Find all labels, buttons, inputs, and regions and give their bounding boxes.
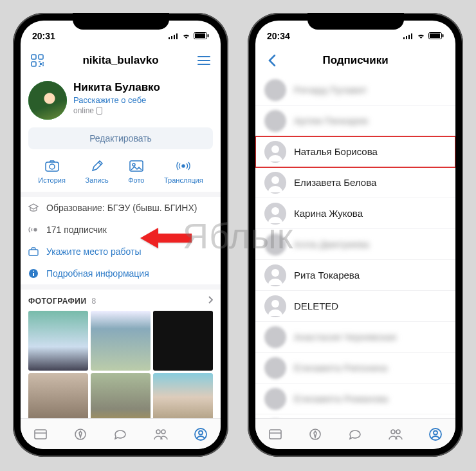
photo-thumbnail[interactable] (153, 311, 213, 371)
followers-header: Подписчики (255, 46, 455, 75)
profile-row: Никита Булавко Расскажите о себе online (28, 81, 213, 120)
tab-discover[interactable] (307, 426, 324, 443)
menu-icon[interactable] (195, 51, 213, 69)
svg-rect-7 (32, 55, 36, 59)
followers-icon (28, 225, 40, 234)
info-workplace-text: Укажите место работы (46, 246, 142, 257)
follower-row[interactable]: Елизавета Белова (255, 167, 455, 198)
follower-name: Наталья Борисова (294, 146, 378, 157)
photo-thumbnail[interactable] (91, 311, 151, 371)
svg-rect-45 (270, 430, 281, 439)
tab-feed[interactable] (267, 426, 284, 443)
follower-name: Алла Дмитриева (294, 239, 369, 250)
svg-point-20 (34, 228, 37, 231)
follower-row[interactable]: Карина Жукова (255, 198, 455, 229)
phone-frame-left: 20:31 nikita_bulavko (13, 13, 228, 457)
svg-rect-9 (32, 62, 36, 66)
svg-point-24 (33, 271, 34, 272)
follower-row[interactable]: Анастасия Чернявская (255, 322, 455, 353)
tab-friends[interactable] (387, 426, 404, 443)
back-icon[interactable] (263, 51, 281, 69)
action-photo-label: Фото (128, 176, 144, 184)
tab-discover[interactable] (72, 426, 89, 443)
tab-profile[interactable] (427, 426, 444, 443)
follower-avatar (264, 326, 286, 348)
follower-row[interactable]: DELETED (255, 291, 455, 322)
battery-icon (428, 31, 444, 41)
tab-messages[interactable] (347, 426, 363, 443)
pencil-icon (89, 158, 105, 174)
action-post[interactable]: Запись (86, 158, 109, 184)
info-more[interactable]: Подробная информация (21, 263, 221, 284)
svg-point-19 (182, 165, 185, 167)
follower-row[interactable]: Наталья Борисова (255, 136, 455, 167)
svg-point-44 (271, 300, 279, 308)
action-post-label: Запись (86, 176, 109, 184)
svg-rect-35 (408, 35, 410, 39)
info-education[interactable]: Образование: БГЭУ (бывш. БГИНХ) (21, 197, 221, 219)
svg-point-10 (41, 64, 42, 65)
profile-block: Никита Булавко Расскажите о себе online … (21, 75, 221, 192)
svg-rect-21 (29, 250, 38, 255)
tab-messages[interactable] (112, 426, 129, 443)
svg-rect-14 (97, 107, 102, 115)
tab-friends[interactable] (152, 426, 169, 443)
photos-header[interactable]: ФОТОГРАФИИ 8 (28, 296, 213, 306)
signal-icon (403, 31, 414, 41)
follower-avatar (264, 172, 286, 194)
notch (73, 13, 169, 30)
photo-thumbnail[interactable] (28, 311, 88, 371)
photo-thumbnail[interactable] (153, 373, 213, 418)
status-time: 20:31 (32, 31, 55, 41)
status-time: 20:34 (267, 31, 290, 41)
tab-feed[interactable] (32, 426, 49, 443)
action-live[interactable]: Трансляция (164, 158, 203, 184)
svg-point-40 (271, 145, 279, 153)
svg-rect-39 (443, 34, 444, 37)
svg-point-16 (50, 164, 55, 169)
follower-row[interactable]: Рита Токарева (255, 260, 455, 291)
follower-name: Артем Пинкарев (294, 115, 368, 126)
svg-rect-5 (195, 33, 205, 38)
follower-avatar (264, 79, 286, 101)
follower-name: Анастасия Чернявская (294, 331, 396, 342)
svg-point-42 (271, 207, 279, 215)
svg-rect-23 (33, 273, 34, 276)
info-icon (28, 268, 40, 279)
photo-thumbnail[interactable] (91, 373, 151, 418)
photos-count: 8 (91, 297, 96, 306)
follower-row[interactable]: Артем Пинкарев (255, 106, 455, 136)
profile-about-link[interactable]: Расскажите о себе (73, 95, 160, 105)
phone-frame-right: 20:34 Подписчики Ричард ПулавитАртем Пин… (248, 13, 463, 457)
svg-point-51 (434, 430, 437, 434)
svg-rect-15 (46, 162, 59, 171)
follower-avatar (264, 295, 286, 317)
svg-point-41 (271, 176, 279, 184)
action-photo[interactable]: Фото (128, 158, 144, 184)
screen-right: 20:34 Подписчики Ричард ПулавитАртем Пин… (255, 21, 455, 449)
qr-icon[interactable] (28, 51, 46, 69)
svg-rect-38 (430, 33, 440, 38)
svg-marker-32 (140, 228, 192, 248)
follower-row[interactable]: Алла Дмитриева (255, 229, 455, 260)
follower-row[interactable]: Елизавета Романова (255, 383, 455, 414)
tab-profile[interactable] (192, 426, 209, 443)
briefcase-icon (28, 247, 40, 256)
profile-avatar[interactable] (28, 81, 67, 120)
svg-point-43 (271, 269, 279, 277)
follower-name: DELETED (294, 300, 338, 311)
tab-bar (255, 418, 455, 449)
dual-phone-stage: 20:31 nikita_bulavko (0, 0, 476, 470)
photo-thumbnail[interactable] (28, 373, 88, 418)
info-education-value: БГЭУ (бывш. БГИНХ) (107, 203, 197, 213)
follower-row[interactable]: Елизавета Рипонина (255, 353, 455, 383)
wifi-icon (181, 31, 191, 41)
svg-rect-34 (406, 36, 407, 39)
action-story[interactable]: История (38, 158, 66, 184)
follower-name: Рита Токарева (294, 270, 360, 281)
edit-profile-button[interactable]: Редактировать (28, 127, 213, 149)
follower-row[interactable]: Ричард Пулавит (255, 75, 455, 106)
info-education-label: Образование: (46, 203, 105, 213)
profile-name: Никита Булавко (73, 81, 160, 94)
svg-rect-6 (208, 34, 209, 37)
